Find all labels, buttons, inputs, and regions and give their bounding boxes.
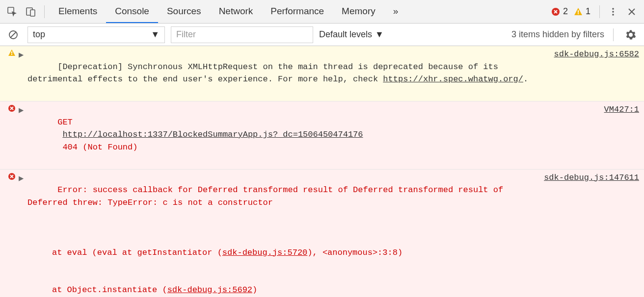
error-icon <box>551 7 560 16</box>
log-level-selector[interactable]: Default levels ▼ <box>319 29 384 40</box>
source-link[interactable]: sdk-debug.js:147611 <box>544 173 639 182</box>
panel-tabs: Elements Console Sources Network Perform… <box>50 0 407 23</box>
http-method: GET <box>57 118 73 127</box>
svg-rect-10 <box>11 51 12 53</box>
warning-count: 1 <box>586 6 590 17</box>
svg-rect-5 <box>578 13 579 14</box>
error-count: 2 <box>563 6 568 17</box>
error-icon <box>8 173 16 180</box>
console-messages: ▶ [Deprecation] Synchronous XMLHttpReque… <box>0 46 644 297</box>
devtools-toolbar: Elements Console Sources Network Perform… <box>0 0 644 24</box>
warning-icon <box>574 7 583 16</box>
context-selector-value: top <box>33 29 45 40</box>
console-filter-bar: top ▼ Default levels ▼ 3 items hidden by… <box>0 24 644 46</box>
svg-rect-2 <box>30 10 35 16</box>
toolbar-divider <box>613 28 614 41</box>
device-toggle-icon[interactable] <box>23 3 39 20</box>
tab-performance[interactable]: Performance <box>262 0 333 23</box>
kebab-menu-icon[interactable] <box>605 3 621 20</box>
tab-sources[interactable]: Sources <box>158 0 210 23</box>
tab-elements[interactable]: Elements <box>50 0 106 23</box>
source-link[interactable]: sdk-debug.js:5692 <box>167 285 252 295</box>
warning-icon <box>8 49 16 57</box>
tab-console[interactable]: Console <box>106 0 158 23</box>
disclosure-triangle-icon[interactable]: ▶ <box>19 48 27 98</box>
request-url[interactable]: http://localhost:1337/BlockedSummaryApp.… <box>62 130 363 139</box>
hidden-items-info[interactable]: 3 items hidden by filters <box>511 29 604 40</box>
context-selector[interactable]: top ▼ <box>27 26 165 43</box>
svg-point-6 <box>612 8 614 10</box>
close-icon[interactable] <box>623 3 640 20</box>
source-link[interactable]: VM427:1 <box>604 105 639 114</box>
console-message-error: ▶ Error: success callback for Deferred t… <box>0 170 644 297</box>
svg-rect-11 <box>11 54 12 55</box>
svg-rect-4 <box>578 10 579 13</box>
http-status: 404 (Not Found) <box>62 143 137 152</box>
tab-network[interactable]: Network <box>210 0 262 23</box>
inspect-element-icon[interactable] <box>4 3 21 20</box>
message-text: . <box>523 74 528 84</box>
error-headline: Error: success callback for Deferred tra… <box>27 185 508 207</box>
disclosure-triangle-icon[interactable]: ▶ <box>19 172 27 297</box>
clear-console-icon[interactable] <box>5 26 22 43</box>
source-link[interactable]: sdk-debug.js:6582 <box>554 50 639 59</box>
issue-counter[interactable]: 2 1 <box>551 6 594 17</box>
stack-frame: at eval (eval at getInstantiator (sdk-de… <box>52 247 534 259</box>
tab-memory[interactable]: Memory <box>333 0 384 23</box>
stack-frame: at Object.instantiate (sdk-debug.js:5692… <box>52 284 534 297</box>
disclosure-triangle-icon[interactable]: ▶ <box>19 103 27 166</box>
tabs-overflow-button[interactable]: » <box>384 0 407 23</box>
source-link[interactable]: sdk-debug.js:5720 <box>222 248 307 257</box>
filter-input[interactable] <box>171 26 313 43</box>
toolbar-divider <box>44 5 45 18</box>
message-link[interactable]: https://xhr.spec.whatwg.org/ <box>383 74 523 84</box>
console-message-warning: ▶ [Deprecation] Synchronous XMLHttpReque… <box>0 46 644 101</box>
toolbar-divider <box>599 5 600 18</box>
chevron-down-icon: ▼ <box>375 29 384 40</box>
log-level-label: Default levels <box>319 29 372 40</box>
console-message-error: ▶ GET http://localhost:1337/BlockedSumma… <box>0 101 644 170</box>
svg-point-7 <box>612 11 614 13</box>
error-icon <box>8 104 16 112</box>
chevron-down-icon: ▼ <box>151 29 160 40</box>
svg-point-8 <box>612 14 614 16</box>
stack-trace: at eval (eval at getInstantiator (sdk-de… <box>27 222 534 297</box>
gear-icon[interactable] <box>622 26 639 43</box>
